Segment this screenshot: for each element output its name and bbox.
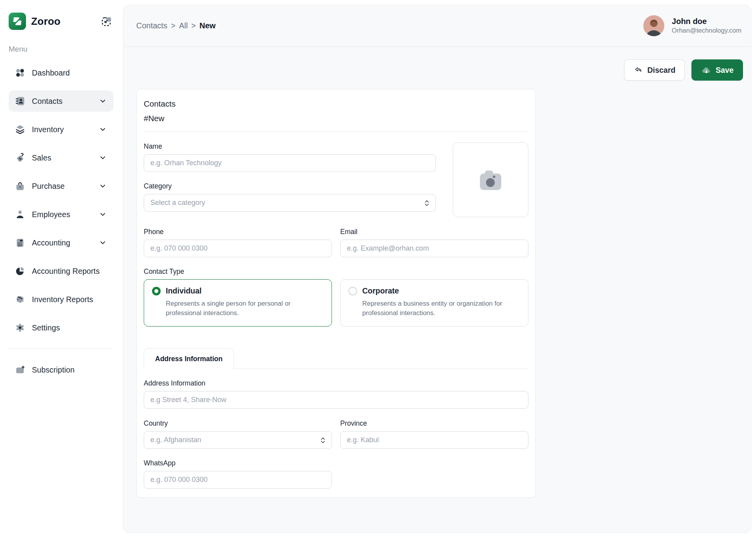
sidebar-item-label: Contacts [32, 97, 63, 106]
user-block[interactable]: John doe Orhan@technology.com [643, 15, 743, 36]
sidebar-item-subscription[interactable]: Subscription [9, 359, 113, 380]
form-subtitle: #New [144, 114, 528, 123]
save-button[interactable]: Save [691, 59, 743, 81]
sidebar-item-employees[interactable]: Employees [9, 204, 113, 225]
radio-unselected-icon[interactable] [348, 287, 357, 295]
name-label: Name [144, 142, 436, 151]
accounting-reports-icon [14, 265, 26, 277]
breadcrumb: Contacts > All > New [136, 21, 216, 30]
whatsapp-input[interactable] [144, 471, 332, 489]
divider [144, 131, 528, 132]
main-area: Contacts > All > New John doe Orh [122, 0, 756, 537]
sidebar-item-label: Accounting Reports [32, 267, 100, 276]
radio-selected-icon[interactable] [152, 287, 161, 295]
address-input[interactable] [144, 391, 528, 409]
user-name: John doe [672, 17, 741, 26]
zoroo-logo-icon [9, 13, 26, 30]
sidebar-item-label: Purchase [32, 182, 65, 191]
sidebar: Zoroo Menu Dashboard [0, 0, 122, 537]
sidebar-footer: Subscription [0, 359, 122, 380]
contact-type-title: Corporate [362, 286, 399, 295]
sidebar-item-accounting-reports[interactable]: Accounting Reports [9, 260, 113, 282]
tab-address-information[interactable]: Address Information [144, 348, 234, 369]
country-label: Country [144, 419, 332, 428]
avatar [643, 15, 664, 36]
purchase-icon [14, 180, 26, 192]
phone-input[interactable] [144, 240, 332, 257]
province-input[interactable] [340, 431, 528, 449]
email-label: Email [340, 228, 528, 236]
whatsapp-label: WhatsApp [144, 459, 332, 467]
discard-button[interactable]: Discard [624, 59, 685, 81]
user-email: Orhan@technology.com [672, 26, 741, 35]
subscription-icon [14, 364, 26, 376]
chevron-down-icon [99, 211, 106, 218]
employees-icon [14, 209, 26, 220]
chevron-down-icon [99, 126, 106, 133]
name-input[interactable] [144, 154, 436, 172]
toolbar: Discard Save [136, 59, 743, 81]
sidebar-item-inventory-reports[interactable]: Inventory Reports [9, 289, 113, 310]
main-panel: Contacts > All > New John doe Orh [123, 5, 751, 533]
tabs-row: Address Information [144, 348, 528, 369]
address-label: Address Information [144, 379, 528, 388]
chevron-down-icon [99, 98, 106, 105]
accounting-icon [14, 237, 26, 249]
contact-type-description: Represents a single person for personal … [152, 299, 324, 318]
sidebar-item-label: Dashboard [32, 68, 70, 78]
breadcrumb-separator: > [171, 21, 176, 30]
contact-type-options: Individual Represents a single person fo… [144, 279, 528, 327]
sidebar-item-accounting[interactable]: Accounting [9, 232, 113, 253]
contact-type-title: Individual [166, 286, 202, 295]
sidebar-item-label: Inventory Reports [32, 295, 93, 304]
category-select[interactable]: Select a category [144, 194, 436, 212]
category-placeholder: Select a category [150, 199, 205, 207]
discard-icon [634, 65, 643, 75]
breadcrumb-contacts[interactable]: Contacts [136, 21, 167, 30]
sidebar-collapse-icon[interactable] [101, 15, 113, 27]
logo-row: Zoroo [0, 12, 122, 31]
inventory-reports-icon [14, 293, 26, 305]
sidebar-item-inventory[interactable]: Inventory [9, 119, 113, 140]
select-chevrons-icon [424, 199, 430, 207]
camera-icon [475, 167, 506, 193]
inventory-icon [14, 124, 26, 135]
chevron-down-icon [99, 239, 106, 246]
chevron-down-icon [99, 154, 106, 161]
discard-label: Discard [647, 66, 676, 75]
sidebar-item-label: Accounting [32, 238, 70, 247]
email-input[interactable] [340, 240, 528, 257]
settings-icon [14, 322, 26, 334]
sidebar-item-label: Subscription [32, 365, 75, 375]
sidebar-item-label: Sales [32, 153, 51, 162]
select-chevrons-icon [320, 436, 326, 444]
dashboard-icon [14, 67, 26, 79]
country-select[interactable]: e.g. Afghanistan [144, 431, 332, 449]
category-label: Category [144, 182, 436, 190]
contacts-icon [14, 95, 26, 107]
sidebar-item-label: Employees [32, 210, 70, 219]
cloud-upload-icon [701, 65, 711, 75]
breadcrumb-current: New [200, 21, 216, 30]
chevron-down-icon [99, 183, 106, 190]
contact-type-corporate[interactable]: Corporate Represents a business entity o… [340, 279, 528, 327]
country-placeholder: e.g. Afghanistan [150, 436, 201, 444]
contact-type-individual[interactable]: Individual Represents a single person fo… [144, 279, 332, 327]
sidebar-nav: Dashboard Contacts [0, 62, 122, 338]
breadcrumb-separator: > [191, 21, 196, 30]
sidebar-item-purchase[interactable]: Purchase [9, 175, 113, 197]
sidebar-item-dashboard[interactable]: Dashboard [9, 62, 113, 83]
sidebar-item-sales[interactable]: $ Sales [9, 147, 113, 168]
sales-icon: $ [14, 152, 26, 164]
sidebar-item-settings[interactable]: Settings [9, 317, 113, 338]
province-label: Province [340, 419, 528, 428]
panel-body: Discard Save Contacts #New [123, 47, 751, 533]
photo-upload-box[interactable] [453, 142, 528, 217]
sidebar-divider [9, 349, 113, 349]
sidebar-item-contacts[interactable]: Contacts [9, 90, 113, 112]
breadcrumb-all[interactable]: All [179, 21, 188, 30]
contact-form-card: Contacts #New Name Category Select a cat… [136, 89, 536, 498]
brand-name: Zoroo [31, 15, 61, 28]
form-title: Contacts [144, 99, 528, 109]
contact-type-description: Represents a business entity or organiza… [348, 299, 520, 318]
